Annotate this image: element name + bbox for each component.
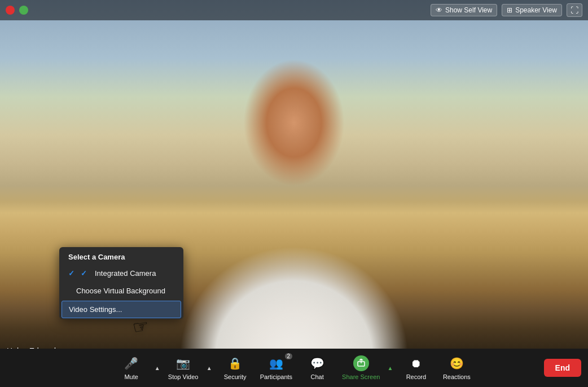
camera-menu-header: Select a Camera — [59, 247, 183, 265]
participants-label: Participants — [260, 373, 292, 380]
speaker-view-label: Speaker View — [515, 6, 557, 14]
fullscreen-button[interactable]: ⛶ — [567, 3, 582, 17]
end-label: End — [555, 363, 570, 372]
mute-group: 🎤 Mute ▲ — [111, 352, 163, 384]
speaker-view-button[interactable]: ⊞ Speaker View — [502, 4, 562, 16]
stop-video-label: Stop Video — [168, 373, 199, 380]
reactions-button[interactable]: 😊 Reactions — [436, 352, 477, 384]
camera-menu: Select a Camera ✓ Integrated Camera Choo… — [59, 247, 183, 319]
reactions-label: Reactions — [443, 373, 471, 380]
end-button[interactable]: End — [544, 359, 581, 377]
top-bar-right: 👁 Show Self View ⊞ Speaker View ⛶ — [431, 3, 582, 17]
person-face — [192, 31, 396, 358]
share-screen-chevron[interactable]: ▲ — [384, 357, 396, 379]
fullscreen-icon: ⛶ — [571, 6, 578, 15]
security-label: Security — [224, 373, 247, 380]
mute-label: Mute — [124, 373, 138, 380]
share-screen-icon — [353, 355, 369, 371]
participants-button[interactable]: 2 👥 Participants — [256, 352, 297, 384]
microphone-icon: 🎤 — [124, 355, 139, 371]
eye-icon: 👁 — [436, 6, 442, 14]
bottom-toolbar: 🎤 Mute ▲ 📷 Stop Video ▲ 🔒 Security 2 👥 P… — [0, 349, 588, 387]
participants-badge: 2 — [285, 353, 293, 359]
reactions-icon: 😊 — [449, 355, 464, 371]
security-icon: 🔒 — [227, 355, 243, 371]
video-chevron[interactable]: ▲ — [204, 357, 215, 379]
record-icon: ⏺ — [408, 355, 424, 371]
camera-icon: 📷 — [175, 355, 191, 371]
close-indicator — [6, 6, 15, 15]
stop-video-group: 📷 Stop Video ▲ — [163, 352, 215, 384]
record-label: Record — [406, 373, 426, 380]
share-screen-group: Share Screen ▲ — [337, 352, 396, 384]
camera-option-integrated[interactable]: ✓ Integrated Camera — [59, 265, 183, 282]
integrated-camera-label: Integrated Camera — [95, 269, 156, 278]
stop-video-button[interactable]: 📷 Stop Video — [163, 352, 204, 384]
top-bar-left — [6, 6, 28, 15]
show-self-view-label: Show Self View — [445, 6, 492, 14]
checkmark-icon: ✓ — [81, 269, 87, 278]
chat-label: Chat — [310, 373, 323, 380]
record-button[interactable]: ⏺ Record — [396, 352, 436, 384]
participants-icon: 👥 — [268, 355, 284, 371]
show-self-view-button[interactable]: 👁 Show Self View — [431, 4, 497, 16]
camera-option-virtual-bg[interactable]: Choose Virtual Background — [59, 282, 183, 300]
speaker-icon: ⊞ — [507, 6, 512, 14]
camera-option-video-settings[interactable]: Video Settings... — [62, 301, 181, 318]
share-icon-circle — [353, 355, 369, 371]
share-screen-label: Share Screen — [342, 373, 380, 380]
chat-button[interactable]: 💬 Chat — [297, 352, 337, 384]
active-indicator — [19, 6, 28, 15]
video-area — [0, 0, 588, 387]
top-bar: 👁 Show Self View ⊞ Speaker View ⛶ — [0, 0, 588, 20]
virtual-bg-label: Choose Virtual Background — [76, 287, 165, 295]
mute-chevron[interactable]: ▲ — [152, 357, 163, 379]
video-settings-label: Video Settings... — [69, 305, 122, 314]
chat-icon: 💬 — [309, 355, 325, 371]
security-button[interactable]: 🔒 Security — [215, 352, 256, 384]
share-screen-button[interactable]: Share Screen — [337, 352, 384, 384]
mute-button[interactable]: 🎤 Mute — [111, 352, 152, 384]
